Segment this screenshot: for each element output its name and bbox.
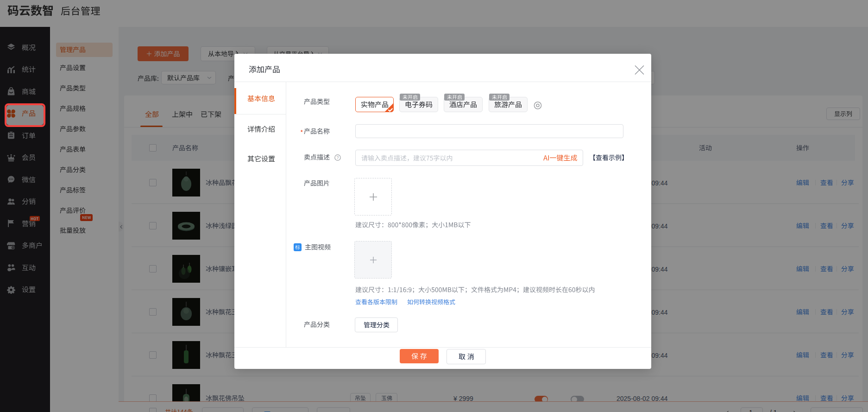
svg-text:?: ? [336,155,339,160]
